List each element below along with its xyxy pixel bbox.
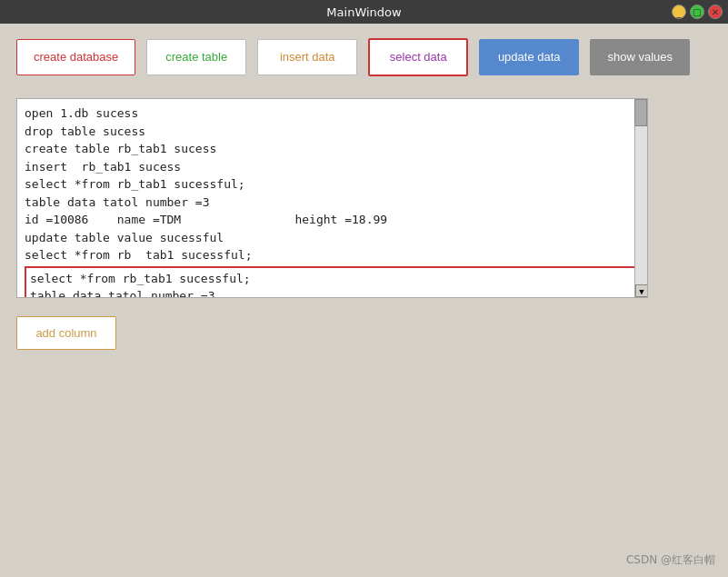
log-line: create table rb_tab1 sucess [25,140,640,158]
main-window: create databasecreate tableinsert datase… [0,24,728,577]
scrollbar-track[interactable]: ▲ ▼ [634,99,647,297]
window-controls[interactable]: _ □ ✕ [672,5,723,19]
select-data-button[interactable]: select data [368,38,468,76]
minimize-button[interactable]: _ [672,5,686,19]
create-database-button[interactable]: create database [16,39,135,75]
close-button[interactable]: ✕ [708,5,723,19]
update-data-button[interactable]: update data [479,39,579,75]
log-container[interactable]: open 1.db sucessdrop table sucesscreate … [16,98,648,298]
maximize-button[interactable]: □ [690,5,704,19]
scrollbar-down-button[interactable]: ▼ [635,284,648,297]
insert-data-button[interactable]: insert data [257,39,357,75]
log-highlighted-block: select *from rb_tab1 sucessful;table dat… [25,266,640,298]
log-inner: open 1.db sucessdrop table sucesscreate … [17,99,647,297]
log-line: select *from rb tab1 sucessful; [25,246,640,264]
log-line: insert rb_tab1 sucess [25,158,640,176]
show-values-button[interactable]: show values [590,39,690,75]
window-title: MainWindow [326,5,401,19]
log-line: select *from rb_tab1 sucessful; [25,175,640,194]
log-line: update table value sucessful [25,229,640,247]
toolbar: create databasecreate tableinsert datase… [0,24,728,89]
title-bar: MainWindow _ □ ✕ [0,0,728,24]
content-area: open 1.db sucessdrop table sucesscreate … [0,89,728,359]
add-column-button[interactable]: add column [16,316,116,350]
log-line-highlighted: table data tatol number =3 [30,287,634,297]
log-line: drop table sucess [25,123,640,141]
log-line: open 1.db sucess [25,104,640,123]
create-table-button[interactable]: create table [146,39,246,75]
log-line: id =10086 name =TDM height =18.99 [25,211,640,229]
watermark: CSDN @红客白帽 [626,552,715,568]
log-line-highlighted: select *from rb_tab1 sucessful; [30,270,634,288]
log-line: table data tatol number =3 [25,194,640,212]
scrollbar-thumb[interactable] [634,99,647,126]
